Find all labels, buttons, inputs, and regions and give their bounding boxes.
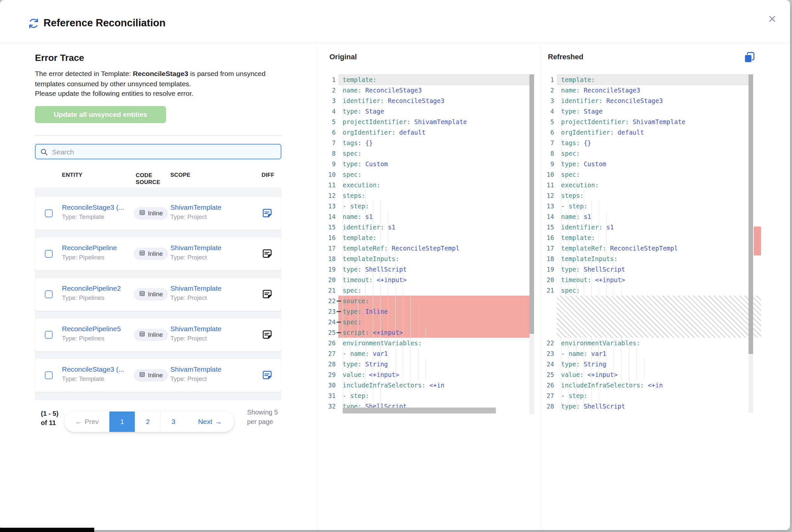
search-input[interactable] [51,145,277,159]
code-line: 10spec: [325,169,534,180]
code-line: 23type: Inline [325,306,534,317]
code-line: 19type: ShellScript [325,264,534,274]
code-line: 8spec: [325,148,534,159]
line-number: 14 [543,211,554,222]
table-row[interactable]: ReconcileStage3 (...Type: TemplateInline… [35,197,281,230]
row-checkbox[interactable] [45,371,53,379]
refreshed-pane-title: Refreshed [548,53,584,61]
scope-link[interactable]: ShivamTemplate [170,284,250,292]
entity-type-label: Type: Pipelines [62,294,130,302]
code-source-label: Inline [148,372,163,379]
update-all-unsynced-button[interactable]: Update all unsynced entities [35,106,166,123]
line-number: 24 [543,359,554,369]
error-trace-heading: Error Trace [35,53,84,63]
code-line: 14name: s1 [325,211,534,222]
prev-button[interactable]: ← Prev [65,412,109,432]
scope-cell: ShivamTemplateType: Project [170,284,250,302]
entity-link[interactable]: ReconcilePipeline5 [62,325,130,333]
line-number: 12 [325,190,336,201]
line-number: 26 [543,380,554,391]
original-pane-title: Original [329,53,357,61]
line-number: 18 [325,253,336,264]
table-row[interactable]: ReconcilePipelineType: PipelinesInlineSh… [35,238,281,270]
diff-note-icon[interactable] [262,329,273,340]
entity-cell: ReconcileStage3 (...Type: Template [62,204,130,221]
scope-link[interactable]: ShivamTemplate [170,325,250,333]
original-vertical-scrollbar-thumb[interactable] [530,74,534,334]
line-number: 32 [325,401,336,412]
refreshed-vertical-scrollbar-thumb[interactable] [749,74,753,354]
code-source-label: Inline [148,291,163,298]
scope-link[interactable]: ShivamTemplate [170,365,250,373]
line-number: 20 [325,274,336,285]
diff-note-icon[interactable] [262,289,273,300]
close-icon: ✕ [768,13,777,25]
removed-line-marker [337,322,341,323]
row-checkbox[interactable] [45,209,53,217]
entity-link[interactable]: ReconcilePipeline [62,244,130,252]
code-line: 19type: ShellScript [543,264,753,274]
line-number: 1 [543,74,554,85]
line-number: 15 [543,222,554,232]
row-checkbox[interactable] [45,331,53,339]
code-line: 14name: s1 [543,211,753,222]
scope-cell: ShivamTemplateType: Project [170,365,250,382]
entity-type-label: Type: Pipelines [62,335,130,342]
column-diff: DIFF [262,172,274,178]
page-button-1[interactable]: 1 [109,412,135,432]
entity-link[interactable]: ReconcilePipeline2 [62,284,130,292]
prev-arrow-icon: ← [75,418,82,426]
code-line: 8spec: [543,148,753,159]
line-number: 16 [543,232,554,243]
line-number: 30 [325,380,336,391]
entity-link[interactable]: ReconcileStage3 (... [62,204,130,211]
page-button-3[interactable]: 3 [161,412,186,432]
inline-source-icon [139,331,145,339]
row-checkbox[interactable] [45,250,53,258]
scope-type-label: Type: Project [170,213,250,221]
column-entity: ENTITY [62,172,82,178]
line-number: 23 [325,306,336,317]
page-button-2[interactable]: 2 [135,412,161,432]
line-number: 21 [325,285,336,296]
line-number: 24 [325,317,336,327]
line-number: 3 [543,95,554,106]
table-row[interactable]: ReconcilePipeline2Type: PipelinesInlineS… [35,278,281,311]
table-row[interactable]: ReconcilePipeline5Type: PipelinesInlineS… [35,318,281,351]
copy-button[interactable] [742,51,756,64]
line-number: 11 [543,180,554,190]
panel-divider [317,43,317,530]
scope-link[interactable]: ShivamTemplate [170,244,250,252]
code-line: 30includeInfraSelectors: <+in [325,380,534,391]
diff-note-icon[interactable] [262,248,273,260]
scope-link[interactable]: ShivamTemplate [170,204,250,211]
code-line: 22source: [325,296,534,306]
scope-cell: ShivamTemplateType: Project [170,325,250,342]
code-line: 13- step: [543,201,753,211]
code-line: 31- step: [325,391,534,401]
line-number: 1 [325,74,336,85]
inline-source-icon [139,209,145,217]
line-number: 17 [543,243,554,253]
deleted-lines-placeholder [557,296,753,338]
entity-cell: ReconcilePipelineType: Pipelines [62,244,130,261]
entity-table: ReconcileStage3 (...Type: TemplateInline… [35,188,281,400]
close-button[interactable]: ✕ [765,12,779,26]
original-horizontal-scrollbar-thumb[interactable] [343,407,496,414]
next-button[interactable]: Next → [186,412,234,432]
error-description: The error detected in Template: Reconcil… [35,69,268,89]
line-number: 25 [543,369,554,380]
entity-link[interactable]: ReconcileStage3 (... [62,365,130,373]
code-source-badge: Inline [134,207,168,220]
diff-note-icon[interactable] [262,208,273,219]
line-number: 13 [543,201,554,211]
code-source-badge: Inline [134,369,168,382]
entity-type-label: Type: Pipelines [62,254,130,261]
line-number: 27 [325,348,336,359]
line-number: 23 [543,348,554,359]
line-number: 8 [543,148,554,159]
table-row[interactable]: ReconcileStage3 (...Type: TemplateInline… [35,359,281,392]
pagination-controls: ← Prev 123 Next → [65,412,234,432]
diff-note-icon[interactable] [262,370,273,381]
row-checkbox[interactable] [45,290,53,298]
